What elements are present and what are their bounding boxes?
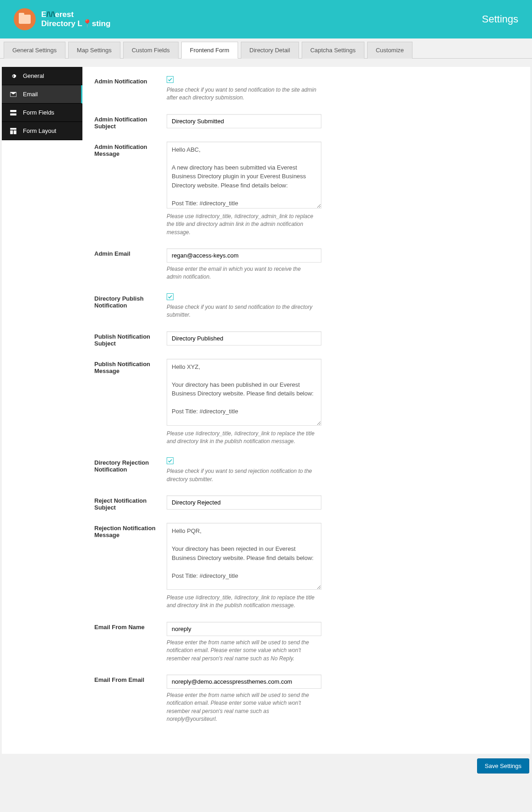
publish-notification-checkbox[interactable] — [167, 293, 174, 300]
rejection-message-textarea[interactable] — [167, 523, 321, 590]
sidebar-item-form-layout[interactable]: Form Layout — [2, 122, 82, 140]
sidebar-item-label: General — [23, 72, 44, 79]
label-admin-subject: Admin Notification Subject — [94, 114, 167, 130]
svg-rect-2 — [10, 128, 16, 130]
label-reject-subject: Reject Notification Subject — [94, 495, 167, 511]
help-text: Please enter the from name which will be… — [167, 691, 317, 724]
admin-subject-input[interactable] — [167, 114, 321, 128]
mail-icon — [9, 91, 17, 98]
help-text: Please use #directory_title, #directory_… — [167, 594, 317, 610]
rejection-notification-checkbox[interactable] — [167, 457, 174, 464]
save-settings-button[interactable]: Save Settings — [477, 758, 529, 774]
sidebar-item-label: Form Fields — [23, 109, 54, 116]
tab-customize[interactable]: Customize — [367, 42, 413, 59]
tab-frontend-form[interactable]: Frontend Form — [181, 42, 238, 59]
publish-message-textarea[interactable] — [167, 359, 321, 426]
label-rejection-message: Rejection Notification Message — [94, 523, 167, 538]
svg-rect-0 — [10, 110, 16, 112]
sidebar-item-form-fields[interactable]: Form Fields — [2, 104, 82, 122]
tab-directory-detail[interactable]: Directory Detail — [241, 42, 299, 59]
reject-subject-input[interactable] — [167, 495, 321, 510]
page-title: Settings — [482, 13, 519, 25]
tab-custom-fields[interactable]: Custom Fields — [123, 42, 179, 59]
gear-icon — [9, 73, 17, 79]
help-text: Please enter the from name which will be… — [167, 639, 317, 663]
brand-logo: E/\/\erestDirectory L📍sting — [14, 8, 110, 30]
layout-icon — [9, 128, 17, 134]
sidebar-item-label: Email — [23, 91, 38, 98]
svg-rect-3 — [10, 130, 13, 134]
from-email-input[interactable] — [167, 675, 321, 689]
main-tabs: General Settings Map Settings Custom Fie… — [0, 41, 532, 59]
form-fields-icon — [9, 110, 17, 116]
from-name-input[interactable] — [167, 622, 321, 636]
label-publish-notification: Directory Publish Notification — [94, 293, 167, 309]
label-publish-message: Publish Notification Message — [94, 359, 167, 374]
admin-email-input[interactable] — [167, 248, 321, 263]
label-admin-email: Admin Email — [94, 248, 167, 257]
brand-text: E/\/\erestDirectory L📍sting — [41, 10, 110, 28]
sidebar-item-email[interactable]: Email — [2, 85, 82, 104]
sidebar: General Email Form Fields Form Layout — [2, 67, 82, 754]
label-from-email: Email From Email — [94, 675, 167, 683]
help-text: Please check if you want to send notific… — [167, 86, 317, 102]
tab-general-settings[interactable]: General Settings — [4, 42, 65, 59]
svg-rect-4 — [14, 130, 16, 134]
help-text: Please use #directory_title, #directory_… — [167, 430, 317, 446]
label-publish-subject: Publish Notification Subject — [94, 331, 167, 347]
label-from-name: Email From Name — [94, 622, 167, 631]
help-text: Please check if you want to send rejecti… — [167, 467, 317, 483]
tab-map-settings[interactable]: Map Settings — [68, 42, 120, 59]
sidebar-item-label: Form Layout — [23, 127, 56, 134]
admin-message-textarea[interactable] — [167, 142, 321, 208]
app-header: E/\/\erestDirectory L📍sting Settings — [0, 0, 532, 38]
label-admin-notification: Admin Notification — [94, 76, 167, 85]
help-text: Please enter the email in which you want… — [167, 265, 317, 281]
label-rejection-notification: Directory Rejection Notification — [94, 457, 167, 473]
tab-captcha-settings[interactable]: Captcha Settings — [302, 42, 364, 59]
label-admin-message: Admin Notification Message — [94, 142, 167, 157]
admin-notification-checkbox[interactable] — [167, 76, 174, 83]
sidebar-item-general[interactable]: General — [2, 67, 82, 85]
svg-rect-1 — [10, 113, 16, 115]
publish-subject-input[interactable] — [167, 331, 321, 346]
help-text: Please check if you want to send notific… — [167, 303, 317, 319]
help-text: Please use #directory_title, #directory_… — [167, 213, 317, 236]
folder-logo-icon — [14, 8, 36, 30]
